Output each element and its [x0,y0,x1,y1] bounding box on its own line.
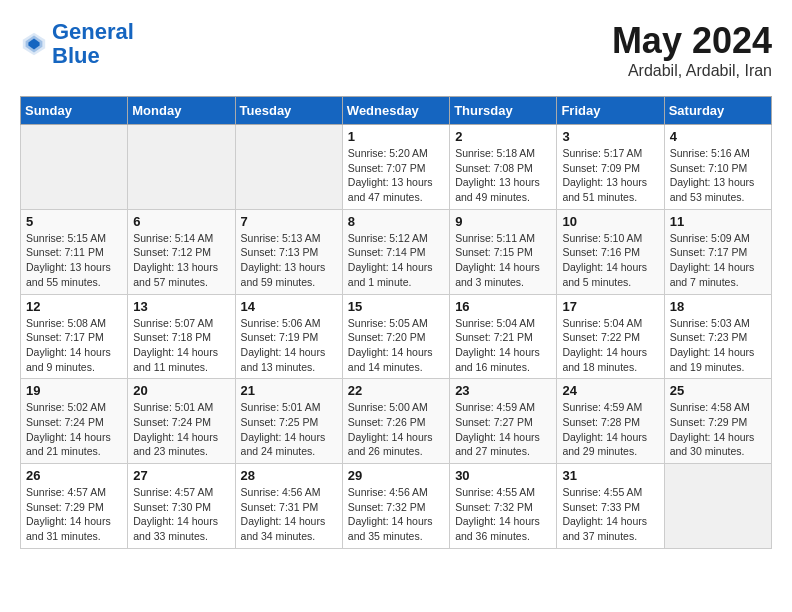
day-info: Sunrise: 4:57 AMSunset: 7:29 PMDaylight:… [26,485,122,544]
day-info: Sunrise: 5:06 AMSunset: 7:19 PMDaylight:… [241,316,337,375]
calendar-cell: 8Sunrise: 5:12 AMSunset: 7:14 PMDaylight… [342,209,449,294]
day-info: Sunrise: 5:18 AMSunset: 7:08 PMDaylight:… [455,146,551,205]
calendar-cell: 1Sunrise: 5:20 AMSunset: 7:07 PMDaylight… [342,125,449,210]
calendar-cell: 21Sunrise: 5:01 AMSunset: 7:25 PMDayligh… [235,379,342,464]
day-number: 15 [348,299,444,314]
day-info: Sunrise: 4:55 AMSunset: 7:32 PMDaylight:… [455,485,551,544]
day-info: Sunrise: 5:09 AMSunset: 7:17 PMDaylight:… [670,231,766,290]
calendar-cell: 20Sunrise: 5:01 AMSunset: 7:24 PMDayligh… [128,379,235,464]
day-number: 19 [26,383,122,398]
calendar-cell: 29Sunrise: 4:56 AMSunset: 7:32 PMDayligh… [342,464,449,549]
calendar-cell: 22Sunrise: 5:00 AMSunset: 7:26 PMDayligh… [342,379,449,464]
calendar-cell [664,464,771,549]
logo: General Blue [20,20,134,68]
calendar-cell: 27Sunrise: 4:57 AMSunset: 7:30 PMDayligh… [128,464,235,549]
calendar-cell: 12Sunrise: 5:08 AMSunset: 7:17 PMDayligh… [21,294,128,379]
day-info: Sunrise: 5:17 AMSunset: 7:09 PMDaylight:… [562,146,658,205]
day-number: 7 [241,214,337,229]
day-info: Sunrise: 5:00 AMSunset: 7:26 PMDaylight:… [348,400,444,459]
day-number: 10 [562,214,658,229]
day-info: Sunrise: 5:14 AMSunset: 7:12 PMDaylight:… [133,231,229,290]
day-info: Sunrise: 5:13 AMSunset: 7:13 PMDaylight:… [241,231,337,290]
weekday-header-thursday: Thursday [450,97,557,125]
day-number: 9 [455,214,551,229]
location-subtitle: Ardabil, Ardabil, Iran [612,62,772,80]
day-info: Sunrise: 5:07 AMSunset: 7:18 PMDaylight:… [133,316,229,375]
calendar-cell: 30Sunrise: 4:55 AMSunset: 7:32 PMDayligh… [450,464,557,549]
day-info: Sunrise: 4:58 AMSunset: 7:29 PMDaylight:… [670,400,766,459]
day-number: 16 [455,299,551,314]
day-number: 23 [455,383,551,398]
day-number: 8 [348,214,444,229]
day-number: 25 [670,383,766,398]
day-info: Sunrise: 5:03 AMSunset: 7:23 PMDaylight:… [670,316,766,375]
day-info: Sunrise: 5:04 AMSunset: 7:21 PMDaylight:… [455,316,551,375]
calendar-cell: 26Sunrise: 4:57 AMSunset: 7:29 PMDayligh… [21,464,128,549]
day-number: 26 [26,468,122,483]
calendar-cell: 24Sunrise: 4:59 AMSunset: 7:28 PMDayligh… [557,379,664,464]
page-header: General Blue May 2024 Ardabil, Ardabil, … [20,20,772,80]
logo-icon [20,30,48,58]
day-number: 21 [241,383,337,398]
day-number: 30 [455,468,551,483]
day-info: Sunrise: 5:02 AMSunset: 7:24 PMDaylight:… [26,400,122,459]
day-info: Sunrise: 5:10 AMSunset: 7:16 PMDaylight:… [562,231,658,290]
weekday-header-saturday: Saturday [664,97,771,125]
calendar-cell [128,125,235,210]
day-info: Sunrise: 5:05 AMSunset: 7:20 PMDaylight:… [348,316,444,375]
calendar-cell: 7Sunrise: 5:13 AMSunset: 7:13 PMDaylight… [235,209,342,294]
day-number: 6 [133,214,229,229]
calendar-cell: 23Sunrise: 4:59 AMSunset: 7:27 PMDayligh… [450,379,557,464]
day-info: Sunrise: 4:59 AMSunset: 7:27 PMDaylight:… [455,400,551,459]
day-info: Sunrise: 5:01 AMSunset: 7:25 PMDaylight:… [241,400,337,459]
calendar-cell: 6Sunrise: 5:14 AMSunset: 7:12 PMDaylight… [128,209,235,294]
calendar-cell: 25Sunrise: 4:58 AMSunset: 7:29 PMDayligh… [664,379,771,464]
day-number: 18 [670,299,766,314]
day-info: Sunrise: 4:57 AMSunset: 7:30 PMDaylight:… [133,485,229,544]
calendar-week-row: 19Sunrise: 5:02 AMSunset: 7:24 PMDayligh… [21,379,772,464]
calendar-cell [235,125,342,210]
logo-text: General Blue [52,20,134,68]
calendar-cell: 16Sunrise: 5:04 AMSunset: 7:21 PMDayligh… [450,294,557,379]
day-number: 12 [26,299,122,314]
weekday-header-row: SundayMondayTuesdayWednesdayThursdayFrid… [21,97,772,125]
weekday-header-friday: Friday [557,97,664,125]
day-info: Sunrise: 5:08 AMSunset: 7:17 PMDaylight:… [26,316,122,375]
day-info: Sunrise: 5:20 AMSunset: 7:07 PMDaylight:… [348,146,444,205]
calendar-cell: 28Sunrise: 4:56 AMSunset: 7:31 PMDayligh… [235,464,342,549]
day-info: Sunrise: 5:04 AMSunset: 7:22 PMDaylight:… [562,316,658,375]
day-info: Sunrise: 5:11 AMSunset: 7:15 PMDaylight:… [455,231,551,290]
calendar-cell: 5Sunrise: 5:15 AMSunset: 7:11 PMDaylight… [21,209,128,294]
day-number: 22 [348,383,444,398]
weekday-header-sunday: Sunday [21,97,128,125]
calendar-cell: 9Sunrise: 5:11 AMSunset: 7:15 PMDaylight… [450,209,557,294]
day-info: Sunrise: 5:16 AMSunset: 7:10 PMDaylight:… [670,146,766,205]
calendar-cell: 31Sunrise: 4:55 AMSunset: 7:33 PMDayligh… [557,464,664,549]
calendar-cell: 13Sunrise: 5:07 AMSunset: 7:18 PMDayligh… [128,294,235,379]
day-info: Sunrise: 5:12 AMSunset: 7:14 PMDaylight:… [348,231,444,290]
calendar-cell: 17Sunrise: 5:04 AMSunset: 7:22 PMDayligh… [557,294,664,379]
day-info: Sunrise: 4:56 AMSunset: 7:31 PMDaylight:… [241,485,337,544]
day-number: 17 [562,299,658,314]
title-block: May 2024 Ardabil, Ardabil, Iran [612,20,772,80]
calendar-cell: 19Sunrise: 5:02 AMSunset: 7:24 PMDayligh… [21,379,128,464]
weekday-header-tuesday: Tuesday [235,97,342,125]
day-number: 13 [133,299,229,314]
calendar-cell: 4Sunrise: 5:16 AMSunset: 7:10 PMDaylight… [664,125,771,210]
day-info: Sunrise: 5:01 AMSunset: 7:24 PMDaylight:… [133,400,229,459]
day-number: 11 [670,214,766,229]
calendar-cell: 11Sunrise: 5:09 AMSunset: 7:17 PMDayligh… [664,209,771,294]
calendar-week-row: 5Sunrise: 5:15 AMSunset: 7:11 PMDaylight… [21,209,772,294]
day-number: 31 [562,468,658,483]
calendar-cell: 10Sunrise: 5:10 AMSunset: 7:16 PMDayligh… [557,209,664,294]
day-number: 1 [348,129,444,144]
calendar-cell: 14Sunrise: 5:06 AMSunset: 7:19 PMDayligh… [235,294,342,379]
calendar-week-row: 1Sunrise: 5:20 AMSunset: 7:07 PMDaylight… [21,125,772,210]
day-number: 20 [133,383,229,398]
day-number: 28 [241,468,337,483]
day-number: 29 [348,468,444,483]
day-info: Sunrise: 5:15 AMSunset: 7:11 PMDaylight:… [26,231,122,290]
day-number: 5 [26,214,122,229]
day-number: 14 [241,299,337,314]
day-number: 4 [670,129,766,144]
